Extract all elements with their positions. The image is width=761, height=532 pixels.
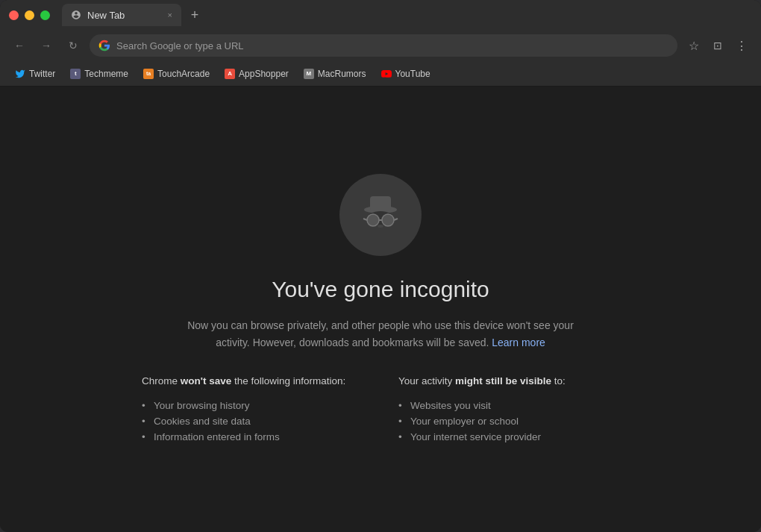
address-bar[interactable]: Search Google or type a URL (90, 34, 677, 57)
incognito-avatar-circle (339, 174, 422, 256)
toolbar-actions: ☆ ⊡ ⋮ (683, 35, 752, 56)
tab-bar: New Tab × + (62, 4, 205, 26)
tab-close-button[interactable]: × (168, 10, 172, 19)
list-item: Information entered in forms (142, 429, 363, 445)
svg-point-8 (378, 225, 383, 228)
browser-window: New Tab × + ← → ↻ Search Google or type … (0, 0, 761, 532)
wont-save-bold: won't save (181, 375, 231, 387)
bookmark-twitter[interactable]: Twitter (9, 66, 61, 82)
bookmark-star-button[interactable]: ☆ (683, 35, 704, 56)
reload-button[interactable]: ↻ (63, 35, 84, 56)
wont-save-column: Chrome won't save the following informat… (142, 375, 363, 445)
incognito-description: Now you can browse privately, and other … (179, 317, 582, 351)
techmeme-icon: t (70, 69, 81, 79)
bookmark-toucharcade-label: TouchArcade (157, 69, 210, 79)
bookmark-appshopper[interactable]: A AppShopper (219, 66, 295, 82)
bookmark-youtube-label: YouTube (395, 69, 430, 79)
macrumors-icon: M (304, 69, 314, 79)
minimize-button[interactable] (25, 10, 34, 20)
appshopper-icon: A (225, 69, 235, 79)
cast-button[interactable]: ⊡ (707, 35, 728, 56)
wont-save-list: Your browsing history Cookies and site d… (142, 398, 363, 445)
close-button[interactable] (9, 10, 19, 20)
bookmark-toucharcade[interactable]: ta TouchArcade (137, 66, 216, 82)
incognito-title: You've gone incognito (272, 277, 489, 302)
toucharcade-icon: ta (143, 69, 154, 79)
still-visible-header: Your activity might still be visible to: (398, 375, 619, 389)
main-content: You've gone incognito Now you can browse… (0, 87, 761, 532)
still-visible-bold: might still be visible (455, 375, 551, 387)
still-visible-list: Websites you visit Your employer or scho… (398, 398, 619, 445)
back-button[interactable]: ← (9, 35, 30, 56)
list-item: Cookies and site data (142, 413, 363, 429)
toolbar: ← → ↻ Search Google or type a URL ☆ ⊡ ⋮ (0, 30, 761, 61)
tab-title: New Tab (87, 10, 125, 21)
forward-button[interactable]: → (36, 35, 57, 56)
active-tab[interactable]: New Tab × (62, 4, 181, 26)
bookmark-macrumors-label: MacRumors (318, 69, 366, 79)
svg-point-3 (367, 214, 379, 226)
list-item: Your employer or school (398, 413, 619, 429)
still-visible-post: to: (551, 375, 566, 387)
list-item: Your internet service provider (398, 429, 619, 445)
svg-line-7 (394, 219, 398, 220)
maximize-button[interactable] (40, 10, 50, 20)
list-item: Websites you visit (398, 398, 619, 413)
google-icon (98, 40, 110, 51)
wont-save-post: the following information: (231, 375, 345, 387)
bookmark-youtube[interactable]: YouTube (375, 66, 436, 82)
bookmark-macrumors[interactable]: M MacRumors (298, 66, 372, 82)
bookmarks-bar: Twitter t Techmeme ta TouchArcade A AppS… (0, 61, 761, 87)
tab-incognito-icon (71, 10, 81, 20)
wont-save-header: Chrome won't save the following informat… (142, 375, 363, 389)
new-tab-button[interactable]: + (184, 4, 205, 25)
bookmark-twitter-label: Twitter (29, 69, 55, 79)
address-text: Search Google or type a URL (116, 40, 244, 51)
menu-button[interactable]: ⋮ (731, 35, 752, 56)
still-visible-column: Your activity might still be visible to:… (398, 375, 619, 445)
svg-rect-1 (370, 196, 391, 210)
svg-line-6 (363, 219, 367, 220)
bookmark-techmeme[interactable]: t Techmeme (64, 66, 134, 82)
still-visible-pre: Your activity (398, 375, 455, 387)
bookmark-techmeme-label: Techmeme (84, 69, 128, 79)
wont-save-pre: Chrome (142, 375, 181, 387)
window-controls (9, 10, 50, 20)
titlebar: New Tab × + (0, 0, 761, 30)
youtube-icon (381, 69, 392, 79)
twitter-icon (15, 69, 25, 79)
svg-point-4 (382, 214, 394, 226)
list-item: Your browsing history (142, 398, 363, 413)
incognito-icon (354, 189, 407, 241)
learn-more-link[interactable]: Learn more (492, 337, 545, 348)
info-grid: Chrome won't save the following informat… (142, 375, 619, 445)
bookmark-appshopper-label: AppShopper (239, 69, 289, 79)
